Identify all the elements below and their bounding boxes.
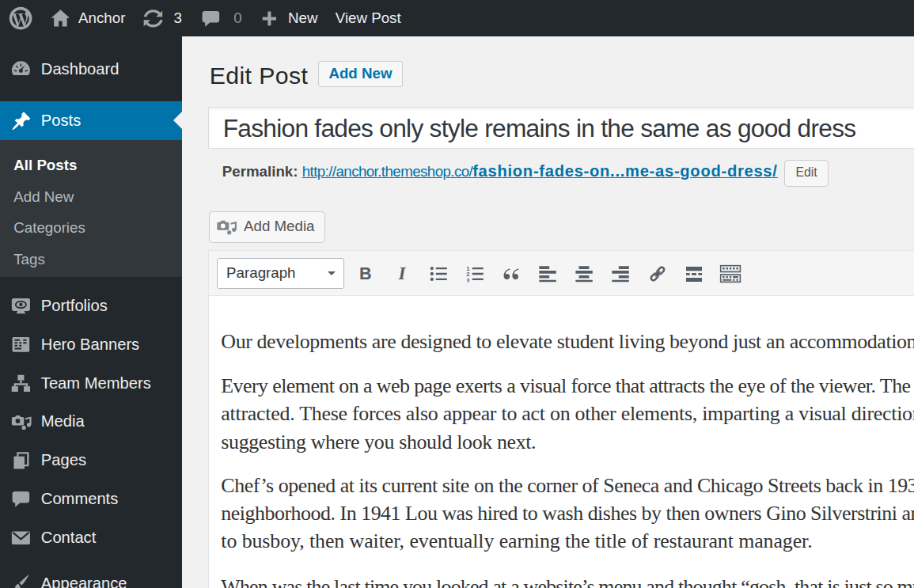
svg-text:3: 3 [466, 276, 469, 282]
